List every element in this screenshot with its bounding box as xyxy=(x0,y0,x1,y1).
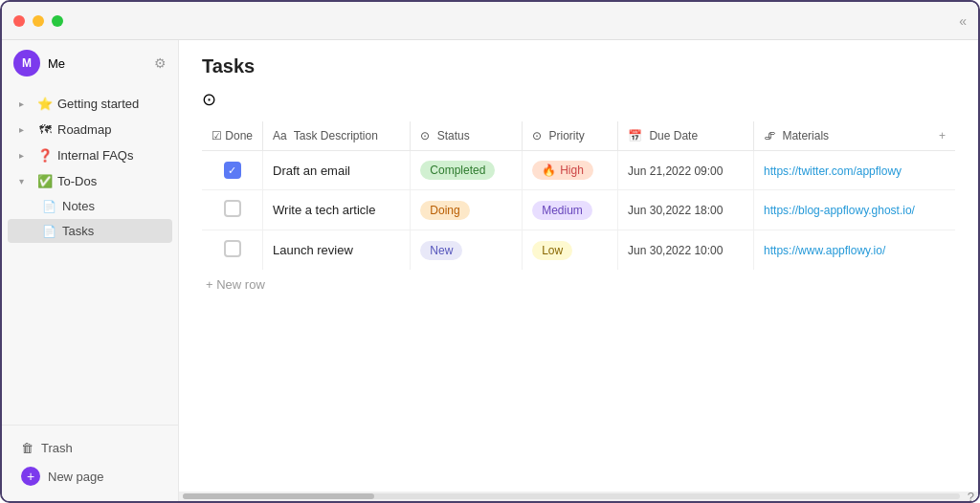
checkbox-checked[interactable]: ✓ xyxy=(224,162,241,179)
add-column-button[interactable]: + xyxy=(939,129,946,142)
column-header-done: ☑ Done xyxy=(202,121,263,151)
link-icon: 🖇 xyxy=(764,129,775,142)
app-body: M Me ⚙ ▸ ⭐ Getting started + ▸ 🗺 Roadmap… xyxy=(2,40,978,501)
chevron-icon: ▸ xyxy=(19,124,33,135)
status-cell: Completed xyxy=(411,151,523,190)
help-button[interactable]: ? xyxy=(968,490,974,502)
description-cell: Launch review xyxy=(263,230,411,271)
chevron-icon: ▸ xyxy=(19,98,33,109)
task-table: ☑ Done Aa Task Description ⊙ Status ⊙ xyxy=(202,121,955,270)
status-cell: Doing xyxy=(411,190,523,230)
sidebar: M Me ⚙ ▸ ⭐ Getting started + ▸ 🗺 Roadmap… xyxy=(2,40,179,501)
materials-cell[interactable]: https://twitter.com/appflowy xyxy=(754,151,955,190)
task-description: Write a tech article xyxy=(273,203,375,217)
sidebar-item-label: Roadmap xyxy=(57,122,151,137)
avatar: M xyxy=(13,50,40,77)
done-cell[interactable] xyxy=(202,190,263,230)
sidebar-item-to-dos[interactable]: ▾ ✅ To-Dos + xyxy=(8,168,172,193)
page-title: Tasks xyxy=(179,40,978,85)
sidebar-item-tasks[interactable]: 📄 Tasks xyxy=(8,219,172,243)
material-link[interactable]: https://www.appflowy.io/ xyxy=(764,244,885,257)
table-row: Write a tech articleDoingMediumJun 30,20… xyxy=(202,190,955,230)
sidebar-item-label: Internal FAQs xyxy=(57,148,151,163)
sidebar-footer: 🗑 Trash + New page xyxy=(2,425,178,501)
checkbox-icon: ✅ xyxy=(36,174,54,188)
scrollbar-thumb[interactable] xyxy=(183,493,374,499)
sidebar-nav: ▸ ⭐ Getting started + ▸ 🗺 Roadmap + ▸ ❓ … xyxy=(2,86,178,425)
sidebar-item-roadmap[interactable]: ▸ 🗺 Roadmap + xyxy=(8,117,172,142)
minimize-button[interactable] xyxy=(33,15,44,27)
titlebar: « xyxy=(2,2,978,40)
due-date: Jun 21,2022 09:00 xyxy=(628,164,723,178)
priority-icon: 🔥 xyxy=(542,164,556,177)
due-date-cell: Jun 21,2022 09:00 xyxy=(618,151,754,190)
user-name: Me xyxy=(48,56,146,71)
chevron-icon: ▾ xyxy=(19,176,33,186)
materials-cell[interactable]: https://blog-appflowy.ghost.io/ xyxy=(754,190,955,230)
sidebar-collapse-button[interactable]: « xyxy=(959,13,967,29)
material-link[interactable]: https://twitter.com/appflowy xyxy=(764,164,902,178)
table-row: ✓Draft an emailCompleted🔥 HighJun 21,202… xyxy=(202,151,955,190)
main-content: Tasks ⊙ ☑ Done Aa Task Description xyxy=(179,40,978,501)
column-header-materials: 🖇 Materials + xyxy=(754,121,955,151)
map-icon: 🗺 xyxy=(36,122,54,137)
due-date: Jun 30,2022 10:00 xyxy=(628,244,723,257)
scrollbar-track[interactable] xyxy=(183,493,960,499)
priority-cell: 🔥 High xyxy=(523,151,618,190)
trash-icon: 🗑 xyxy=(21,441,33,455)
status-header-icon: ⊙ xyxy=(420,129,430,142)
column-header-status: ⊙ Status xyxy=(411,121,523,151)
target-icon: ⊙ xyxy=(202,89,955,110)
new-page-icon: + xyxy=(21,467,40,486)
priority-cell: Low xyxy=(523,230,618,271)
status-cell: New xyxy=(411,230,523,271)
due-date-cell: Jun 30,2022 18:00 xyxy=(618,190,754,230)
maximize-button[interactable] xyxy=(52,15,63,27)
user-section: M Me ⚙ xyxy=(2,40,178,86)
close-button[interactable] xyxy=(13,15,25,27)
description-cell: Write a tech article xyxy=(263,190,411,230)
material-link[interactable]: https://blog-appflowy.ghost.io/ xyxy=(764,204,915,217)
new-row-button[interactable]: + New row xyxy=(202,270,269,299)
priority-badge: Low xyxy=(532,241,572,260)
new-page-button[interactable]: + New page xyxy=(13,461,167,492)
column-header-due-date: 📅 Due Date xyxy=(618,121,754,151)
trash-button[interactable]: 🗑 Trash xyxy=(13,435,167,461)
checkbox-unchecked[interactable] xyxy=(224,200,241,217)
checkbox-unchecked[interactable] xyxy=(224,240,241,257)
sidebar-item-notes[interactable]: 📄 Notes xyxy=(8,194,172,218)
status-badge: Completed xyxy=(420,161,495,180)
task-description: Draft an email xyxy=(273,164,350,178)
description-cell: Draft an email xyxy=(263,151,411,190)
trash-label: Trash xyxy=(41,441,73,455)
sidebar-item-getting-started[interactable]: ▸ ⭐ Getting started + xyxy=(8,91,172,116)
sidebar-item-label: Getting started xyxy=(57,97,151,111)
question-icon: ❓ xyxy=(36,148,54,163)
document-icon: 📄 xyxy=(42,200,56,213)
sidebar-item-label: To-Dos xyxy=(57,174,151,188)
table-header-row: ☑ Done Aa Task Description ⊙ Status ⊙ xyxy=(202,121,955,151)
status-badge: New xyxy=(420,241,462,260)
table-row: Launch reviewNewLowJun 30,2022 10:00http… xyxy=(202,230,955,271)
sidebar-item-internal-faqs[interactable]: ▸ ❓ Internal FAQs + xyxy=(8,142,172,167)
materials-cell[interactable]: https://www.appflowy.io/ xyxy=(754,230,955,271)
done-cell[interactable] xyxy=(202,230,263,271)
checkbox-header-icon: ☑ xyxy=(212,129,222,142)
new-row-label: + New row xyxy=(206,277,265,292)
column-header-description: Aa Task Description xyxy=(263,121,411,151)
calendar-icon: 📅 xyxy=(628,129,642,142)
task-description: Launch review xyxy=(273,243,353,257)
gear-icon[interactable]: ⚙ xyxy=(154,55,167,71)
scrollbar-area[interactable]: ? xyxy=(179,492,978,501)
document-icon: 📄 xyxy=(42,225,56,238)
sidebar-sub-item-label: Tasks xyxy=(62,224,94,238)
chevron-icon: ▸ xyxy=(19,150,33,161)
sidebar-sub-item-label: Notes xyxy=(62,199,95,213)
text-icon: Aa xyxy=(273,129,287,142)
priority-header-icon: ⊙ xyxy=(532,129,542,142)
priority-badge: Medium xyxy=(532,201,592,220)
new-page-label: New page xyxy=(48,470,104,484)
done-cell[interactable]: ✓ xyxy=(202,151,263,190)
column-header-priority: ⊙ Priority xyxy=(523,121,618,151)
page-body: ⊙ ☑ Done Aa Task Description ⊙ xyxy=(179,85,978,492)
